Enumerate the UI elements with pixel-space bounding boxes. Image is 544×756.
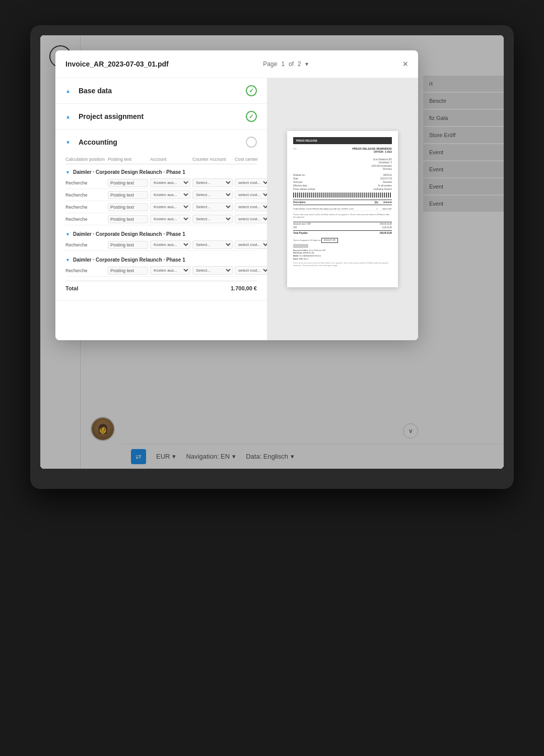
cell-counter-3[interactable]: Select... — [192, 215, 233, 223]
table-row: Recherche Kosten aus... Select... select… — [65, 189, 257, 201]
table-header: Calculation position Posting text Accoun… — [65, 155, 257, 164]
pdf-effective-row: Effective date: To all senders — [293, 184, 392, 187]
cell-posting-text-4[interactable] — [108, 241, 148, 249]
app-background: ⊕ ☰ Bookings > Protocol 🔍 — [40, 35, 504, 469]
cell-posting-text-2[interactable] — [108, 203, 148, 211]
cell-cost-1[interactable]: select cost... — [235, 191, 267, 199]
cell-counter-1[interactable]: Select... — [192, 191, 233, 199]
cell-account-4[interactable]: Kosten aus... — [150, 240, 190, 249]
monitor-bezel: ⊕ ☰ Bookings > Protocol 🔍 — [30, 25, 514, 489]
modal-filename: Invoice_AR_2023-07-03_01.pdf — [65, 60, 169, 68]
cell-cost-3[interactable]: select cost... — [235, 215, 267, 223]
cell-cost-center[interactable]: select cost... — [235, 178, 267, 187]
pdf-long-text: These rules must send to all in the Blue… — [293, 213, 392, 218]
col-cost-center: Cost center — [235, 157, 267, 162]
page-total: 2 — [298, 60, 301, 68]
project-assignment-chevron: ▲ — [65, 114, 71, 119]
accounting-content: Calculation position Posting text Accoun… — [55, 155, 267, 300]
pdf-barcode — [293, 193, 392, 198]
total-amount: 1.700,00 € — [231, 285, 257, 291]
pdf-excl-vat-value: 198,00 EUR — [379, 223, 392, 225]
cell-posting-text-3[interactable] — [108, 215, 148, 223]
cell-account-3[interactable]: Kosten aus... — [150, 215, 190, 223]
project-group-1: ▼ Daimler · Corporate Design Relaunch · … — [65, 229, 257, 251]
project-group-1-header[interactable]: ▼ Daimler · Corporate Design Relaunch · … — [65, 229, 257, 239]
cell-cost-5[interactable]: select cost... — [235, 266, 267, 275]
cell-cost-2[interactable]: select cost... — [235, 203, 267, 211]
cell-cost-4[interactable]: select cost... — [235, 240, 267, 249]
pdf-ref-value: MK0132 — [383, 174, 392, 176]
base-data-status-icon: ✓ — [246, 85, 257, 96]
pdf-bank-name: Bank: ABN Amro — [293, 258, 392, 261]
table-row: Recherche Kosten aus... Select... select… — [65, 177, 257, 189]
pdf-total-payable-value: 198,00 EUR — [379, 232, 392, 234]
accounting-chevron: ▼ — [65, 140, 71, 145]
pdf-table-header: Description Qty Amount — [293, 200, 392, 205]
pdf-total-payable-label: Total Payable — [293, 232, 308, 234]
group-2-label: Daimler · Corporate Design Relaunch · Ph… — [73, 257, 185, 263]
project-assignment-label: Project assignment — [79, 112, 144, 120]
modal-page-info: Page 1 of 2 ▾ — [263, 60, 308, 68]
page-of: of — [289, 60, 294, 68]
pdf-title: PRESS RELEASE REMINDER/ OFFER: 1:022 — [342, 147, 392, 153]
pdf-ref-label: Release no.: — [293, 174, 306, 176]
pdf-product-row: PUBLISHING YOUR PRESS RELEASE (34 CAT ID… — [293, 207, 392, 211]
total-row: Total 1.700,00 € — [65, 281, 257, 295]
accounting-header[interactable]: ▼ Accounting — [55, 130, 267, 155]
pdf-legal-terms: These terms must send to all in the Blue… — [293, 262, 392, 267]
project-assignment-header[interactable]: ▲ Project assignment ✓ — [55, 104, 267, 129]
group-2-chevron: ▼ — [65, 258, 70, 263]
modal-close-button[interactable]: × — [402, 59, 408, 69]
pdf-header-bar: PRESS RELEASE — [293, 137, 392, 144]
pdf-product-amount: MK23.00P — [382, 208, 392, 210]
pdf-excl-vat-label: Amount excl. VAT — [293, 223, 311, 225]
invoice-modal: Invoice_AR_2023-07-03_01.pdf Page 1 of 2… — [55, 50, 418, 340]
cell-counter-2[interactable]: Select... — [192, 203, 233, 211]
cell-account-1[interactable]: Kosten aus... — [150, 191, 190, 199]
group-0-label: Daimler · Corporate Design Relaunch · Ph… — [73, 169, 185, 175]
cell-posting-text-1[interactable] — [108, 191, 148, 199]
col-calc-pos: Calculation position — [65, 157, 106, 162]
base-data-section: ▲ Base data ✓ — [55, 78, 267, 104]
table-row: Recherche Kosten aus... Select... select… — [65, 213, 257, 225]
modal-overlay[interactable]: Invoice_AR_2023-07-03_01.pdf Page 1 of 2… — [40, 35, 504, 469]
pdf-vat-value: 0,00 EUR — [382, 226, 392, 229]
page-label: Page — [263, 60, 277, 68]
cell-calc-pos: Recherche — [65, 180, 106, 185]
cell-posting-text[interactable] — [108, 179, 148, 187]
pdf-payment-date: 2013-07-25 — [321, 238, 338, 243]
table-row: Recherche Kosten aus... Select... select… — [65, 265, 257, 277]
pdf-totals: Amount excl. VAT 198,00 EUR VAT 0,00 EUR… — [293, 222, 392, 235]
modal-form: ▲ Base data ✓ ▲ — [55, 78, 267, 340]
pdf-logo-area: logo — [293, 147, 297, 150]
pdf-press-release-row: Press release contact: Katharina Strauch — [293, 188, 392, 191]
group-1-label: Daimler · Corporate Design Relaunch · Ph… — [73, 231, 185, 237]
col-account: Account — [150, 157, 190, 162]
base-data-label: Base data — [79, 87, 112, 95]
pdf-product-desc: PUBLISHING YOUR PRESS RELEASE (34 CAT ID… — [293, 208, 371, 210]
pdf-vat-label: VAT — [293, 226, 297, 229]
pdf-desc-header: Description — [293, 201, 369, 204]
pdf-date-value: 2013-07-03 — [380, 177, 392, 180]
cell-posting-text-5[interactable] — [108, 267, 148, 275]
base-data-header[interactable]: ▲ Base data ✓ — [55, 78, 267, 103]
cell-account-5[interactable]: Kosten aus... — [150, 266, 190, 275]
project-assignment-section: ▲ Project assignment ✓ — [55, 104, 267, 130]
cell-account-2[interactable]: Kosten aus... — [150, 203, 190, 211]
modal-body: ▲ Base data ✓ ▲ — [55, 78, 418, 340]
group-0-chevron: ▼ — [65, 170, 70, 175]
page-dropdown-icon[interactable]: ▾ — [305, 60, 308, 68]
cell-counter-account[interactable]: Select... — [192, 178, 233, 187]
cell-counter-4[interactable]: Select... — [192, 240, 233, 249]
group-1-chevron: ▼ — [65, 232, 70, 237]
monitor-screen: ⊕ ☰ Bookings > Protocol 🔍 — [40, 35, 504, 469]
col-posting-text: Posting text — [108, 157, 148, 162]
project-group-0-header[interactable]: ▼ Daimler · Corporate Design Relaunch · … — [65, 167, 257, 177]
page-current: 1 — [281, 60, 285, 68]
pdf-amount-header: Amount — [383, 201, 392, 204]
project-group-2-header[interactable]: ▼ Daimler · Corporate Design Relaunch · … — [65, 255, 257, 265]
table-row: Recherche Kosten aus... Select... select… — [65, 239, 257, 251]
cell-account[interactable]: Kosten aus... — [150, 178, 190, 187]
cell-counter-5[interactable]: Select... — [192, 266, 233, 275]
pdf-ref-row: Release no.: MK0132 — [293, 174, 392, 176]
